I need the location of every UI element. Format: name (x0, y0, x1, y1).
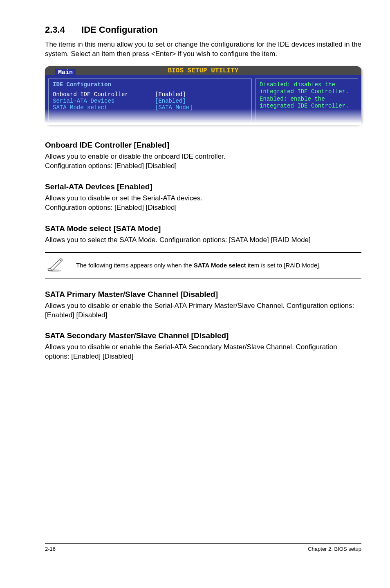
footer-page-number: 2-16 (45, 546, 56, 552)
bios-titlebar-text: BIOS SETUP UTILITY (168, 67, 239, 74)
note-block: The following items appears only when th… (45, 252, 361, 278)
note-post: item is set to [RAID Mode]. (246, 262, 321, 269)
bios-row-value: [Enabled] (155, 98, 186, 104)
pencil-icon (45, 257, 65, 274)
bios-tab-main: Main (55, 69, 76, 76)
note-pre: The following items appears only when th… (76, 262, 194, 269)
option-title: SATA Secondary Master/Slave Channel [Dis… (45, 331, 361, 340)
bios-help-panel: Disabled: disables the integrated IDE Co… (255, 79, 358, 121)
bios-left-panel: IDE Configuration Onboard IDE Controller… (48, 79, 252, 121)
section-heading: 2.3.4 IDE Configuration (45, 25, 361, 35)
section-title: IDE Configuration (81, 25, 158, 35)
option-title: Onboard IDE Controller [Enabled] (45, 141, 361, 150)
bios-row-label: SATA Mode select (53, 104, 155, 111)
bios-row-value: [SATA Mode] (155, 104, 193, 111)
bios-shell: BIOS SETUP UTILITY Main IDE Configuratio… (45, 66, 361, 124)
bios-row-label: Serial-ATA Devices (53, 98, 155, 104)
option-desc: Allows you to select the SATA Mode. Conf… (45, 236, 361, 245)
footer-chapter: Chapter 2: BIOS setup (308, 546, 361, 552)
bios-help-text: Disabled: disables the integrated IDE Co… (260, 81, 349, 110)
option-desc: Allows you to disable or set the Serial-… (45, 194, 361, 213)
option-desc: Allows you to disable or enable the Seri… (45, 343, 361, 361)
option-desc: Allows you to enable or disable the onbo… (45, 152, 361, 171)
section-number: 2.3.4 (45, 25, 65, 35)
bios-row-value: [Enabled] (155, 91, 186, 98)
option-title: Serial-ATA Devices [Enabled] (45, 182, 361, 191)
option-title: SATA Primary Master/Slave Channel [Disab… (45, 290, 361, 299)
bios-row: Onboard IDE Controller [Enabled] (53, 91, 247, 98)
bios-row: Serial-ATA Devices [Enabled] (53, 98, 247, 104)
section-intro: The items in this menu allow you to set … (45, 40, 361, 59)
option-desc: Allows you to disable or enable the Seri… (45, 301, 361, 320)
option-title: SATA Mode select [SATA Mode] (45, 224, 361, 233)
note-bold: SATA Mode select (194, 262, 246, 269)
note-text: The following items appears only when th… (76, 261, 321, 269)
bios-panel-heading: IDE Configuration (53, 81, 247, 88)
bios-row-label: Onboard IDE Controller (53, 91, 155, 98)
svg-line-3 (60, 260, 61, 261)
page-footer: 2-16 Chapter 2: BIOS setup (45, 543, 361, 552)
bios-body: IDE Configuration Onboard IDE Controller… (45, 75, 361, 124)
bios-row: SATA Mode select [SATA Mode] (53, 104, 247, 111)
bios-screenshot: BIOS SETUP UTILITY Main IDE Configuratio… (45, 66, 361, 124)
bios-titlebar: BIOS SETUP UTILITY Main (45, 66, 361, 75)
page: 2.3.4 IDE Configuration The items in thi… (0, 0, 390, 564)
